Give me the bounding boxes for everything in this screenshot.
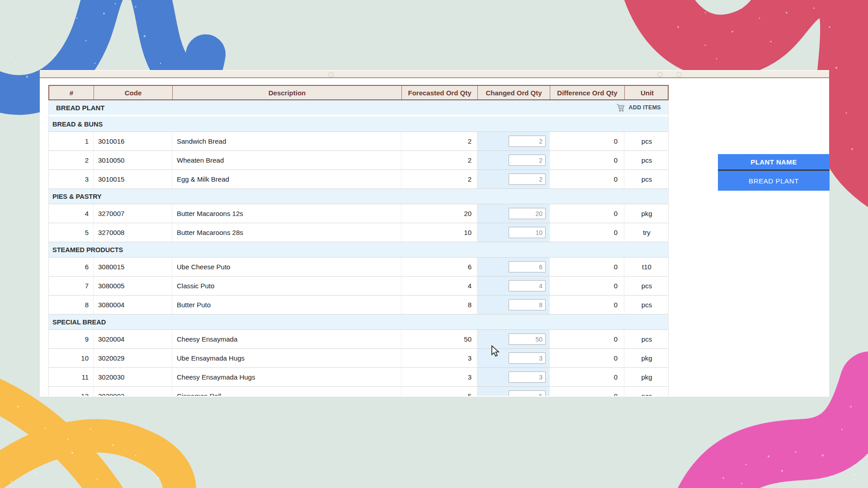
table-row: 33010015Egg & Milk Bread20pcs [49, 170, 668, 189]
description-cell: Cheesy Ensaymada Hugs [172, 368, 401, 386]
difference-qty-cell: 0 [549, 204, 624, 223]
changed-qty-cell [477, 330, 549, 348]
mouse-cursor-icon [491, 345, 502, 357]
faint-toolbar-icon [657, 72, 663, 77]
bread-plant-button[interactable]: BREAD PLANT [718, 171, 830, 191]
table-row: 123020002Cinnamon Roll50pcs [49, 387, 668, 396]
table-row: 43270007Butter Macaroons 12s200pkg [49, 204, 668, 223]
column-header: Changed Ord Qty [477, 86, 550, 99]
column-header: Forecasted Ord Qty [401, 86, 477, 99]
changed-qty-input[interactable] [509, 174, 546, 185]
description-cell: Cinnamon Roll [172, 387, 401, 396]
changed-qty-input[interactable] [509, 136, 546, 147]
code-cell: 3020030 [93, 368, 172, 386]
changed-qty-cell [477, 368, 549, 386]
changed-qty-input[interactable] [509, 208, 546, 219]
unit-cell: pcs [624, 170, 669, 188]
unit-cell: pcs [624, 132, 669, 150]
difference-qty-cell: 0 [549, 277, 624, 295]
difference-qty-cell: 0 [549, 258, 624, 276]
row-number-cell: 1 [49, 132, 93, 150]
forecasted-qty-cell: 3 [401, 368, 477, 386]
plant-group-label: BREAD PLANT [49, 104, 105, 112]
forecasted-qty-cell: 6 [401, 258, 477, 276]
table-row: 73080005Classic Puto40pcs [49, 277, 668, 296]
faint-toolbar-icon [328, 72, 334, 77]
difference-qty-cell: 0 [549, 296, 624, 314]
row-number-cell: 7 [49, 277, 93, 295]
changed-qty-input[interactable] [509, 390, 546, 396]
code-cell: 3020002 [93, 387, 172, 396]
changed-qty-input[interactable] [509, 299, 546, 310]
difference-qty-cell: 0 [549, 349, 624, 367]
section-row: STEAMED PRODUCTS [49, 242, 668, 258]
changed-qty-cell [477, 296, 549, 314]
unit-cell: t10 [624, 258, 669, 276]
row-number-cell: 9 [49, 330, 93, 348]
column-header: Code [94, 86, 172, 99]
cart-icon [616, 103, 625, 112]
screen: #CodeDescriptionForecasted Ord QtyChange… [0, 0, 868, 488]
changed-qty-input[interactable] [509, 333, 546, 345]
description-cell: Butter Puto [172, 296, 401, 314]
plant-group-row: BREAD PLANT ADD ITEMS [49, 100, 668, 117]
column-header: Difference Ord Qty [550, 86, 624, 99]
changed-qty-input[interactable] [509, 280, 546, 291]
unit-cell: pcs [624, 296, 669, 314]
changed-qty-cell [477, 258, 549, 276]
difference-qty-cell: 0 [549, 387, 624, 396]
forecasted-qty-cell: 50 [401, 330, 477, 348]
changed-qty-input[interactable] [509, 371, 546, 383]
unit-cell: pkg [624, 204, 669, 223]
changed-qty-input[interactable] [509, 155, 546, 166]
table-row: 23010050Wheaten Bread20pcs [49, 151, 668, 170]
code-cell: 3010050 [93, 151, 172, 169]
table-row: 83080004Butter Puto80pcs [49, 296, 668, 314]
section-row: BREAD & BUNS [49, 117, 668, 132]
unit-cell: pcs [624, 330, 669, 348]
forecasted-qty-cell: 20 [401, 204, 477, 223]
difference-qty-cell: 0 [549, 151, 624, 169]
app-page: #CodeDescriptionForecasted Ord QtyChange… [40, 70, 829, 397]
table-row: 63080015Ube Cheese Puto60t10 [49, 258, 668, 277]
forecasted-qty-cell: 5 [401, 387, 477, 396]
changed-qty-input[interactable] [509, 352, 546, 364]
plant-selector-panel: PLANT NAME BREAD PLANT [718, 154, 830, 191]
unit-cell: try [624, 223, 669, 242]
code-cell: 3010015 [93, 170, 172, 188]
row-number-cell: 8 [49, 296, 93, 314]
changed-qty-input[interactable] [509, 227, 546, 238]
changed-qty-cell [477, 132, 549, 150]
row-number-cell: 4 [49, 204, 93, 223]
faint-toolbar-icon [676, 72, 682, 77]
row-number-cell: 5 [49, 223, 93, 242]
description-cell: Egg & Milk Bread [172, 170, 401, 188]
description-cell: Cheesy Ensaymada [172, 330, 401, 348]
row-number-cell: 3 [49, 170, 93, 188]
pink-squiggle-shape [694, 382, 868, 488]
changed-qty-cell [477, 151, 549, 169]
column-header: Description [172, 86, 401, 99]
forecasted-qty-cell: 2 [401, 132, 477, 150]
table-header-row: #CodeDescriptionForecasted Ord QtyChange… [48, 85, 669, 100]
unit-cell: pcs [624, 387, 669, 396]
description-cell: Butter Macaroons 12s [172, 204, 401, 223]
code-cell: 3080004 [93, 296, 172, 314]
description-cell: Butter Macaroons 28s [172, 223, 401, 242]
row-number-cell: 2 [49, 151, 93, 169]
page-top-bar [40, 70, 829, 78]
unit-cell: pkg [624, 349, 669, 367]
section-row: SPECIAL BREAD [49, 314, 668, 330]
forecasted-qty-cell: 2 [401, 170, 477, 188]
add-items-button[interactable]: ADD ITEMS [616, 103, 668, 112]
changed-qty-cell [477, 387, 549, 396]
changed-qty-input[interactable] [509, 261, 546, 272]
difference-qty-cell: 0 [549, 330, 624, 348]
changed-qty-cell [477, 223, 549, 242]
forecasted-qty-cell: 3 [401, 349, 477, 367]
row-number-cell: 10 [49, 349, 93, 367]
description-cell: Ube Cheese Puto [172, 258, 401, 276]
description-cell: Ube Ensaymada Hugs [172, 349, 401, 367]
section-row: PIES & PASTRY [49, 189, 668, 204]
column-header: Unit [624, 86, 670, 99]
